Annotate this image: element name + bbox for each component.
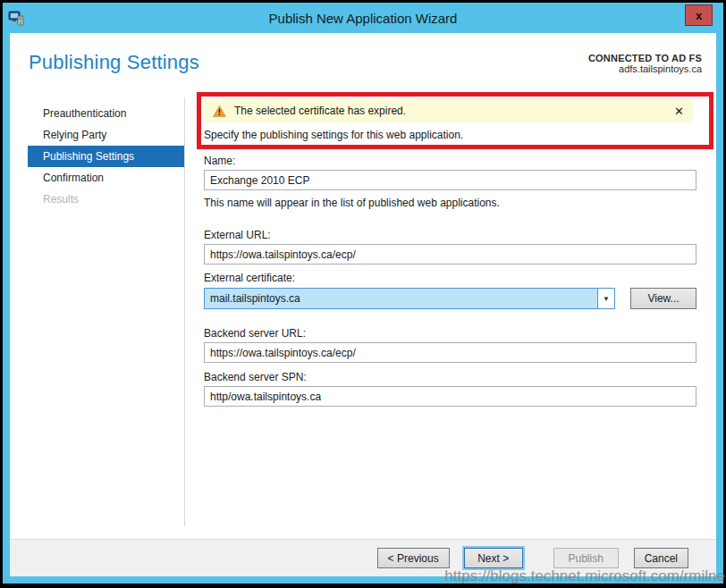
view-certificate-button[interactable]: View...	[630, 288, 696, 309]
wizard-content: Publishing Settings CONNECTED TO AD FS a…	[10, 33, 716, 539]
backend-server-spn-input[interactable]	[204, 386, 696, 407]
next-button[interactable]: Next >	[464, 548, 523, 568]
page-description: Specify the publishing settings for this…	[204, 129, 696, 141]
backend-server-url-label: Backend server URL:	[204, 327, 696, 340]
sidebar-item-confirmation[interactable]: Confirmation	[28, 167, 184, 189]
connected-server: adfs.tailspintoys.ca	[588, 63, 702, 74]
titlebar: Publish New Application Wizard x	[3, 3, 723, 33]
publish-button: Publish	[553, 548, 619, 568]
name-caption: This name will appear in the list of pub…	[204, 197, 696, 209]
spacer	[615, 288, 630, 309]
external-certificate-value: mail.tailspintoys.ca	[205, 289, 597, 308]
wizard-window: Publish New Application Wizard x Publish…	[3, 3, 723, 584]
external-url-label: External URL:	[204, 229, 696, 241]
sidebar-item-results: Results	[28, 189, 184, 210]
warning-icon	[213, 105, 226, 117]
name-input[interactable]	[204, 170, 696, 190]
window-title: Publish New Application Wizard	[269, 11, 458, 26]
previous-button[interactable]: < Previous	[377, 548, 450, 568]
banner-close-icon[interactable]: ✕	[674, 105, 684, 117]
wizard-steps-sidebar: Preauthentication Relying Party Publishi…	[28, 103, 184, 210]
wizard-footer: < Previous Next > Publish Cancel	[10, 539, 716, 576]
backend-server-spn-label: Backend server SPN:	[204, 371, 696, 383]
external-url-input[interactable]	[204, 244, 696, 265]
external-certificate-row: mail.tailspintoys.ca ▼ View...	[204, 288, 696, 309]
cancel-button[interactable]: Cancel	[634, 548, 688, 568]
wizard-dialog: Publishing Settings CONNECTED TO AD FS a…	[10, 33, 716, 576]
sidebar-item-publishing-settings[interactable]: Publishing Settings	[28, 146, 184, 167]
name-label: Name:	[204, 155, 696, 167]
close-icon: x	[696, 9, 702, 22]
connected-status: CONNECTED TO AD FS adfs.tailspintoys.ca	[588, 53, 702, 74]
chevron-down-icon[interactable]: ▼	[597, 289, 614, 308]
warning-message: The selected certificate has expired.	[234, 105, 674, 117]
external-certificate-dropdown[interactable]: mail.tailspintoys.ca ▼	[204, 288, 615, 309]
sidebar-divider	[184, 97, 185, 526]
sidebar-item-preauthentication[interactable]: Preauthentication	[28, 103, 184, 124]
certificate-expired-warning-banner: The selected certificate has expired. ✕	[204, 99, 693, 122]
publishing-settings-form: The selected certificate has expired. ✕ …	[204, 99, 696, 407]
window-close-button[interactable]: x	[685, 4, 713, 26]
connected-label: CONNECTED TO AD FS	[588, 53, 702, 63]
wizard-app-icon	[8, 9, 26, 27]
backend-server-url-input[interactable]	[204, 342, 696, 363]
external-certificate-label: External certificate:	[204, 272, 696, 284]
page-title: Publishing Settings	[29, 51, 199, 74]
sidebar-item-relying-party[interactable]: Relying Party	[28, 124, 184, 146]
